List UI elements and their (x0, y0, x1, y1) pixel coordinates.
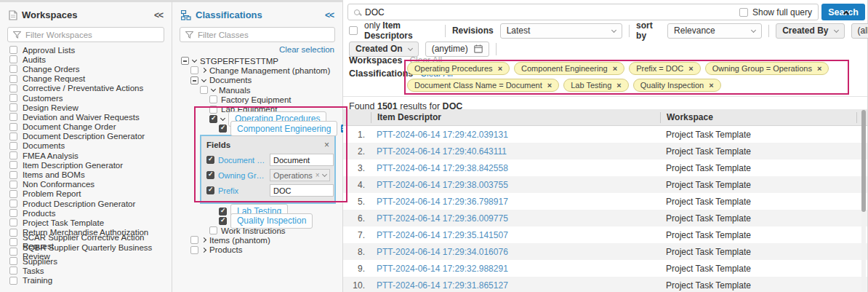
checkbox[interactable] (9, 248, 17, 256)
checkbox[interactable] (9, 123, 17, 131)
chevron-down-icon[interactable] (220, 116, 225, 121)
checkbox[interactable] (9, 103, 17, 111)
workspace-item-documents[interactable]: Documents (0, 141, 172, 151)
checkbox[interactable] (9, 190, 17, 198)
checkbox[interactable] (219, 125, 227, 133)
classification-tag-document-class-name-document[interactable]: Document Class Name = Document× (407, 79, 559, 92)
checkbox[interactable] (190, 246, 198, 254)
checkbox[interactable] (219, 208, 227, 216)
classification-tag-quality-inspection[interactable]: Quality Inspection× (633, 79, 721, 92)
workspace-item-document-description-generator[interactable]: Document Description Generator (0, 132, 172, 141)
chevron-right-icon[interactable] (201, 68, 206, 73)
checkbox[interactable] (190, 66, 198, 74)
results-scrollbar-thumb[interactable] (861, 110, 866, 212)
chevron-right-icon[interactable] (201, 237, 206, 242)
tree-item-manuals[interactable]: Manuals (172, 85, 342, 95)
all-users-select[interactable]: (all users) (851, 23, 868, 39)
collapse-classifications-panel-icon[interactable]: << (325, 10, 334, 20)
show-full-query-checkbox[interactable] (739, 8, 748, 17)
remove-tag-icon[interactable]: × (613, 64, 617, 73)
workspace-item-approval-lists[interactable]: Approval Lists (0, 45, 172, 55)
sort-by-select[interactable]: Relevance (667, 23, 762, 39)
chevron-down-icon[interactable] (201, 77, 206, 82)
checkbox[interactable] (9, 94, 17, 102)
workspace-item-document-change-order[interactable]: Document Change Order (0, 122, 172, 132)
checkbox[interactable] (181, 57, 189, 65)
remove-tag-icon[interactable]: × (688, 64, 693, 73)
classification-tag-component-engineering[interactable]: Component Engineering× (514, 62, 624, 75)
workspace-item-corrective-preventative-actions[interactable]: Corrective / Preventative Actions (0, 84, 172, 93)
result-item-descriptor-link[interactable]: PTT-2024-06-14 17:29:31.865127 (371, 280, 660, 291)
workspace-item-customers[interactable]: Customers (0, 93, 172, 103)
workspace-filter-input[interactable] (25, 31, 158, 39)
checkbox[interactable] (9, 171, 17, 179)
workspace-item-item-description-generator[interactable]: Item Description Generator (0, 160, 172, 170)
classification-tag-operating-procedures[interactable]: Operating Procedures× (407, 62, 510, 75)
result-item-descriptor-link[interactable]: PTT-2024-06-14 17:29:38.003755 (371, 180, 660, 190)
checkbox[interactable] (209, 115, 217, 123)
result-item-descriptor-link[interactable]: PTT-2024-06-14 17:29:40.643111 (371, 146, 660, 157)
checkbox[interactable] (9, 151, 17, 159)
created-by-select[interactable]: Created By (776, 23, 844, 39)
revisions-select[interactable]: Latest (500, 23, 623, 39)
date-range-picker[interactable]: (anytime) (425, 42, 489, 57)
tree-item-documents[interactable]: Documents (172, 76, 342, 85)
chevron-down-icon[interactable] (192, 58, 197, 63)
checkbox[interactable] (9, 209, 17, 217)
tree-item-change-management-phantom[interactable]: Change Management (phantom) (172, 66, 342, 75)
close-icon[interactable]: × (324, 140, 329, 150)
checkbox[interactable] (9, 161, 17, 169)
document-class-checkbox[interactable] (206, 156, 214, 164)
remove-tag-icon[interactable]: × (709, 81, 713, 90)
collapse-workspaces-panel-icon[interactable]: << (154, 10, 163, 20)
tree-item-stgperftesttmp[interactable]: STGPERFTESTTMP (172, 56, 342, 66)
workspace-item-items-and-boms[interactable]: Items and BOMs (0, 170, 172, 179)
remove-tag-icon[interactable]: × (616, 81, 621, 90)
column-header-item-descriptor[interactable]: Item Descriptor (371, 112, 660, 123)
checkbox[interactable] (190, 76, 198, 84)
result-item-descriptor-link[interactable]: PTT-2024-06-14 17:29:38.842558 (371, 163, 660, 173)
workspace-item-products[interactable]: Products (0, 208, 172, 218)
collapse-filters-icon[interactable] (844, 6, 848, 19)
result-item-descriptor-link[interactable]: PTT-2024-06-14 17:29:42.039131 (371, 130, 660, 140)
classification-tag-lab-testing[interactable]: Lab Testing× (563, 79, 629, 92)
checkbox[interactable] (9, 238, 17, 246)
workspace-filter[interactable] (7, 27, 164, 42)
checkbox[interactable] (209, 106, 217, 114)
result-item-descriptor-link[interactable]: PTT-2024-06-14 17:29:36.009775 (371, 213, 660, 224)
search-button[interactable]: Search (821, 4, 865, 20)
chevron-right-icon[interactable] (201, 248, 206, 253)
workspace-item-training[interactable]: Training (0, 276, 172, 285)
tree-item-component-engineering[interactable]: Component Engineering (172, 124, 342, 133)
workspace-item-design-review[interactable]: Design Review (0, 103, 172, 112)
checkbox[interactable] (9, 277, 17, 285)
checkbox[interactable] (9, 133, 17, 141)
tree-item-factory-equipment[interactable]: Factory Equipment (172, 95, 342, 104)
class-filter-input[interactable] (198, 31, 329, 39)
checkbox[interactable] (9, 113, 17, 121)
result-item-descriptor-link[interactable]: PTT-2024-06-14 17:29:35.141507 (371, 230, 660, 240)
workspace-item-audits[interactable]: Audits (0, 55, 172, 64)
tree-item-products[interactable]: Products (172, 245, 342, 255)
search-input[interactable] (365, 7, 734, 17)
checkbox[interactable] (9, 267, 17, 275)
remove-tag-icon[interactable]: × (498, 64, 502, 73)
only-item-descriptors-checkbox[interactable] (349, 26, 358, 35)
checkbox[interactable] (9, 200, 17, 208)
tree-item-work-instructions[interactable]: Work Instructions (172, 226, 342, 235)
clear-icon[interactable]: × (316, 171, 320, 179)
clear-selection-link[interactable]: Clear selection (172, 45, 342, 54)
checkbox[interactable] (9, 65, 17, 73)
workspace-item-tasks[interactable]: Tasks (0, 266, 172, 275)
result-item-descriptor-link[interactable]: PTT-2024-06-14 17:29:32.988291 (371, 264, 660, 274)
checkbox[interactable] (9, 181, 17, 189)
checkbox[interactable] (190, 236, 198, 244)
classification-tag-owning-group-operations[interactable]: Owning Group = Operations× (705, 62, 829, 75)
workspace-item-change-orders[interactable]: Change Orders (0, 64, 172, 74)
workspace-item-product-description-generator[interactable]: Product Description Generator (0, 199, 172, 208)
workspace-item-fmea-analysis[interactable]: FMEA Analysis (0, 151, 172, 160)
checkbox[interactable] (209, 95, 217, 103)
classification-tag-prefix-doc[interactable]: Prefix = DOC× (629, 62, 701, 75)
prefix-input[interactable] (270, 184, 334, 197)
checkbox[interactable] (9, 142, 17, 150)
